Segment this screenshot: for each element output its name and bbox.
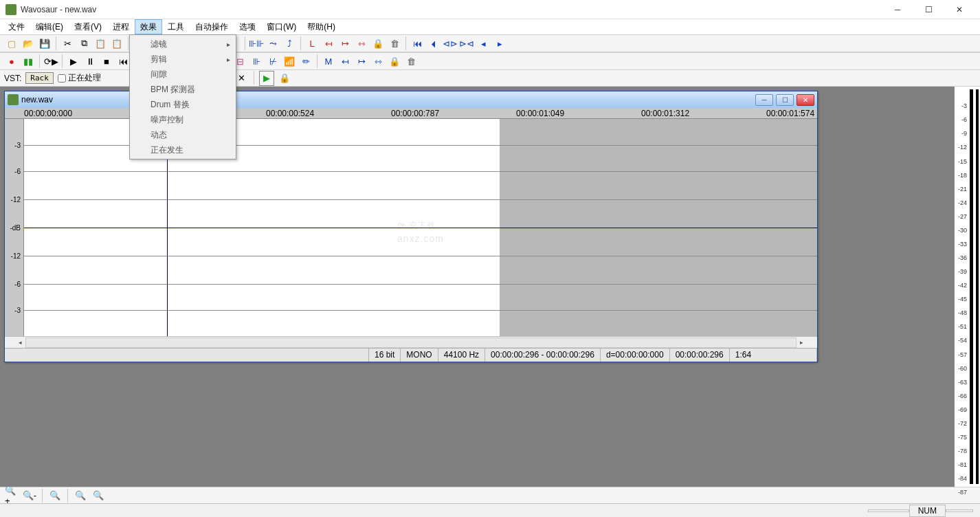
status-channels: MONO <box>401 349 438 362</box>
marker-delete-button[interactable]: 🗑 <box>403 54 419 69</box>
menu-help[interactable]: 帮助(H) <box>302 19 341 34</box>
vst-rack-button[interactable]: Rack <box>25 72 54 84</box>
fade-in-button[interactable]: ⤳ <box>265 36 280 51</box>
zoom-in-button[interactable]: 🔍+ <box>4 488 19 503</box>
lock-sub-button[interactable]: 🔒 <box>277 71 292 86</box>
menu-process[interactable]: 进程 <box>107 19 135 34</box>
window-close-button[interactable]: ✕ <box>944 1 975 18</box>
menu-tools[interactable]: 工具 <box>162 19 190 34</box>
record-button[interactable]: ● <box>4 54 19 69</box>
paste-mix-button[interactable]: 📋 <box>109 36 124 51</box>
marker-m-button[interactable]: M <box>321 54 336 69</box>
edit-tool-button[interactable]: ✏ <box>298 54 313 69</box>
effects-dropdown: 滤镜▸ 剪辑▸ 间隙 BPM 探测器 Drum 替换 噪声控制 动态 正在发生 <box>129 34 236 160</box>
zoom-full-button[interactable]: 🔍 <box>73 488 88 503</box>
zoom-selection-button[interactable]: 🔍 <box>47 488 63 503</box>
window-titlebar: Wavosaur - new.wav ─ ☐ ✕ <box>0 0 980 19</box>
menu-options[interactable]: 选项 <box>234 19 261 34</box>
skip-start-button[interactable]: ⏮ <box>115 54 131 69</box>
meter-right <box>976 89 979 484</box>
paste-button[interactable]: 📋 <box>93 36 108 51</box>
menu-window[interactable]: 窗口(W) <box>261 19 302 34</box>
record-monitor-button[interactable]: ▮▮ <box>21 54 36 69</box>
play-sub-button[interactable]: ▶ <box>259 71 274 86</box>
play-button[interactable]: ▶ <box>66 54 81 69</box>
waveform-scrollbar[interactable]: ◂ ▸ <box>5 336 817 348</box>
dropdown-filter[interactable]: 滤镜▸ <box>131 36 234 52</box>
nav-fwd-button[interactable]: ▸ <box>492 36 507 51</box>
meter-tick: -84 <box>958 475 967 482</box>
time-tick: 00:00:00:524 <box>266 109 314 118</box>
open-button[interactable]: 📂 <box>21 36 36 51</box>
fade-out-button[interactable]: ⤴ <box>282 36 297 51</box>
menu-view[interactable]: 查看(V) <box>69 19 107 34</box>
cut-button[interactable]: ✂ <box>60 36 75 51</box>
lock-button[interactable]: 🔒 <box>370 36 386 51</box>
marker-left-button[interactable]: L <box>304 36 320 51</box>
stop-button[interactable]: ■ <box>99 54 114 69</box>
nav-prev-button[interactable]: ⏴ <box>426 36 441 51</box>
dropdown-dynamic[interactable]: 动态 <box>131 127 234 142</box>
waveform-container: -3 -6 -12 -dB -12 -6 -3 <box>5 119 817 336</box>
dropdown-gap[interactable]: 间隙 <box>131 67 234 82</box>
menu-auto[interactable]: 自动操作 <box>190 19 234 34</box>
play-loop-button[interactable]: ⟳▶ <box>43 54 58 69</box>
meter-scale: -3-6-9-12-15-18-21-24-27-30-33-36-39-42-… <box>955 87 968 487</box>
meter-tick: -87 <box>958 489 967 496</box>
status-duration: d=00:00:00:000 <box>601 349 670 362</box>
dropdown-clip[interactable]: 剪辑▸ <box>131 52 234 67</box>
document-window: new.wav ─ ☐ ✕ 00:00:00:000 00:00:00:524 … <box>4 91 818 362</box>
scroll-left-button[interactable]: ◂ <box>15 338 25 348</box>
save-button[interactable]: 💾 <box>37 36 52 51</box>
time-tick: 00:00:01:312 <box>641 109 689 118</box>
window-minimize-button[interactable]: ─ <box>882 1 913 18</box>
loop-both-button[interactable]: ⇿ <box>354 36 369 51</box>
delete-button[interactable]: 🗑 <box>387 36 402 51</box>
pause-button[interactable]: ⏸ <box>82 54 98 69</box>
dropdown-happening[interactable]: 正在发生 <box>131 142 234 157</box>
nav-play-out-button[interactable]: ⊳⊲ <box>459 36 474 51</box>
volume-button[interactable]: 📶 <box>282 54 297 69</box>
marker-range-button[interactable]: ⇿ <box>370 54 386 69</box>
menu-file[interactable]: 文件 <box>3 19 30 34</box>
new-button[interactable]: ▢ <box>4 36 19 51</box>
dropdown-noise[interactable]: 噪声控制 <box>131 112 234 127</box>
document-minimize-button[interactable]: ─ <box>755 94 773 106</box>
loop-end-button[interactable]: ↦ <box>337 36 353 51</box>
meter-tick: -15 <box>958 158 967 165</box>
nav-play-in-button[interactable]: ⊲⊳ <box>443 36 458 51</box>
marker-prev-button[interactable]: ↤ <box>337 54 353 69</box>
scroll-track[interactable] <box>25 338 797 348</box>
copy-button[interactable]: ⧉ <box>76 36 91 51</box>
marker-next-button[interactable]: ↦ <box>354 54 369 69</box>
time-ruler[interactable]: 00:00:00:000 00:00:00:524 00:00:00:787 0… <box>5 108 817 119</box>
status-position: 00:00:00:296 <box>670 349 730 362</box>
meter-tick: -57 <box>958 351 967 358</box>
loop-start-button[interactable]: ↤ <box>321 36 336 51</box>
vst-processing-input[interactable] <box>58 74 66 82</box>
insert-silence-button[interactable]: ⊪ <box>249 54 264 69</box>
dropdown-bpm[interactable]: BPM 探测器 <box>131 82 234 97</box>
vst-processing-checkbox[interactable]: 正在处理 <box>58 72 101 84</box>
meter-tick: -63 <box>958 379 967 386</box>
meter-tick: -66 <box>958 393 967 399</box>
reverse-button[interactable]: ⊬ <box>265 54 280 69</box>
normalize-button[interactable]: ⊪⊪ <box>249 36 264 51</box>
dropdown-drum[interactable]: Drum 替换 <box>131 97 234 112</box>
meter-tick: -51 <box>958 323 967 330</box>
meter-tick: -54 <box>958 337 967 344</box>
menu-effects[interactable]: 效果 <box>135 19 162 34</box>
scroll-right-button[interactable]: ▸ <box>797 338 807 348</box>
meter-tick: -39 <box>958 268 967 275</box>
document-close-button[interactable]: ✕ <box>797 94 814 106</box>
meter-tick: -69 <box>958 406 967 413</box>
zoom-out-button[interactable]: 🔍- <box>22 488 37 503</box>
document-maximize-button[interactable]: ☐ <box>776 94 794 106</box>
menu-edit[interactable]: 编辑(E) <box>30 19 69 34</box>
marker-lock-button[interactable]: 🔒 <box>387 54 402 69</box>
nav-first-button[interactable]: ⏮ <box>410 36 425 51</box>
nav-back-button[interactable]: ◂ <box>476 36 491 51</box>
zoom-reset-button[interactable]: 🔍 <box>91 488 106 503</box>
window-maximize-button[interactable]: ☐ <box>913 1 944 18</box>
document-titlebar[interactable]: new.wav ─ ☐ ✕ <box>5 91 817 108</box>
